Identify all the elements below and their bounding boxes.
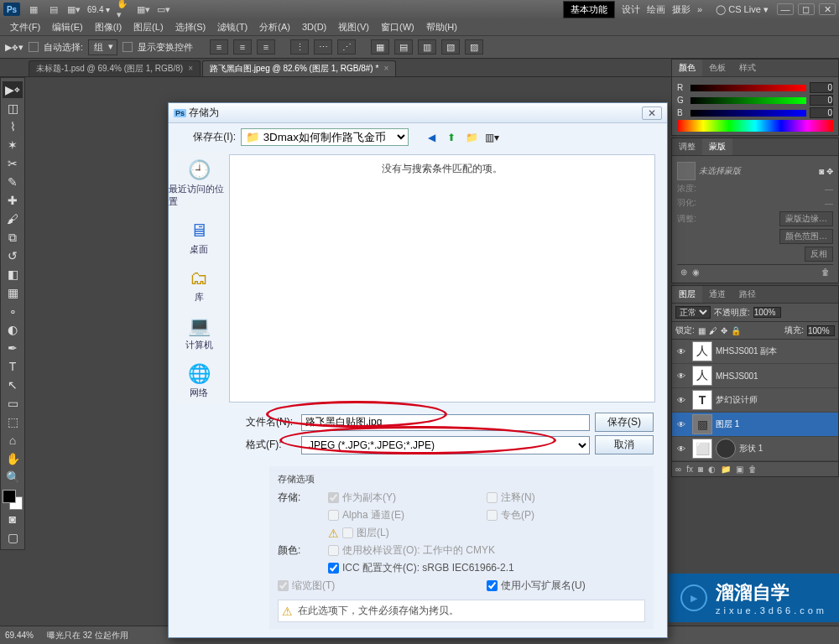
brush-tool-icon[interactable]: 🖌 (3, 210, 23, 227)
workspace-photo[interactable]: 摄影 (672, 3, 690, 16)
menu-analysis[interactable]: 分析(A) (254, 19, 295, 35)
visibility-icon[interactable]: 👁 (674, 371, 689, 381)
menu-select[interactable]: 选择(S) (170, 19, 211, 35)
maximize-button[interactable]: ◻ (798, 3, 815, 15)
tab-swatch[interactable]: 色板 (702, 60, 732, 76)
close-tab-icon[interactable]: × (383, 64, 388, 73)
file-list[interactable]: 没有与搜索条件匹配的项。 (229, 154, 655, 402)
blur-tool-icon[interactable]: ∘ (3, 303, 23, 319)
mask-foot-icon[interactable]: ⊕ (680, 267, 687, 277)
menu-file[interactable]: 文件(F) (5, 19, 45, 35)
pixel-mask-icon[interactable]: ◙ (819, 167, 824, 176)
path-tool-icon[interactable]: ↖ (3, 377, 23, 393)
close-button[interactable]: ✕ (819, 3, 836, 15)
arrange-icon-4[interactable]: ▧ (441, 39, 460, 55)
trash-icon[interactable]: 🗑 (748, 465, 757, 474)
align-left-icon[interactable]: ≡ (210, 39, 228, 55)
tab-layers[interactable]: 图层 (672, 286, 702, 303)
place-computer[interactable]: 💻计算机 (184, 310, 214, 355)
visibility-icon[interactable]: 👁 (674, 396, 689, 405)
tab-masks[interactable]: 蒙版 (702, 138, 732, 155)
screenmode-icon[interactable]: ▢ (3, 529, 23, 546)
autoselect-dropdown[interactable]: 组 ▾ (88, 39, 117, 55)
savein-select[interactable]: 📁 3Dmax如何制作路飞金币 (241, 128, 409, 146)
tab-paths[interactable]: 路径 (732, 286, 763, 303)
workspace-design[interactable]: 设计 (622, 3, 640, 16)
screen-icon[interactable]: ▭▾ (157, 3, 170, 16)
quickmask-icon[interactable]: ◙ (3, 511, 23, 527)
filename-input[interactable] (301, 414, 590, 431)
place-desktop[interactable]: 🖥桌面 (184, 215, 214, 259)
chk-spot[interactable]: 专色(P) (487, 508, 645, 522)
move-tool-preset-icon[interactable]: ▶✥▾ (5, 42, 23, 53)
menu-filter[interactable]: 滤镜(T) (212, 19, 253, 35)
layer-row[interactable]: 👁人MHSJS001 (672, 364, 838, 388)
invert-button[interactable]: 反相 (805, 247, 833, 262)
hand-tool-icon[interactable]: ✋ (3, 450, 23, 467)
chk-thumb[interactable]: 缩览图(T) (278, 579, 487, 593)
menu-edit[interactable]: 编辑(E) (47, 19, 88, 35)
menu-window[interactable]: 窗口(W) (376, 19, 420, 35)
up-folder-icon[interactable]: ⬆ (444, 130, 459, 145)
g-value[interactable] (810, 95, 833, 106)
hand-icon[interactable]: ✋▾ (117, 3, 130, 16)
tab-color[interactable]: 颜色 (672, 60, 702, 76)
layer-row[interactable]: 👁人MHSJS001 副本 (672, 340, 838, 364)
tab-style[interactable]: 样式 (732, 60, 763, 76)
distribute-h-icon[interactable]: ⋮ (290, 39, 309, 55)
mask-edge-button[interactable]: 蒙版边缘… (779, 211, 833, 226)
history-tool-icon[interactable]: ↺ (3, 247, 23, 264)
lock-all-icon[interactable]: 🔒 (731, 326, 741, 335)
mask-foot-trash-icon[interactable]: 🗑 (821, 267, 830, 277)
menu-layer[interactable]: 图层(L) (128, 19, 168, 35)
blendmode-select[interactable]: 正常 (675, 306, 711, 319)
layer-row[interactable]: 👁▩图层 1 (672, 413, 838, 437)
chk-notes[interactable]: 注释(N) (487, 491, 645, 505)
minibridge-icon[interactable]: ▤ (47, 3, 60, 16)
color-swatch[interactable] (3, 490, 23, 510)
cslive-button[interactable]: ◯ CS Live ▾ (716, 4, 769, 15)
vector-mask-icon[interactable]: ✥ (826, 167, 833, 176)
link-layers-icon[interactable]: ∞ (675, 465, 681, 474)
close-tab-icon[interactable]: × (188, 64, 193, 73)
3d-tool-icon[interactable]: ⬚ (3, 413, 23, 430)
save-button[interactable]: 保存(S) (595, 413, 654, 432)
tab-adjustments[interactable]: 调整 (672, 138, 702, 155)
marquee-tool-icon[interactable]: ◫ (3, 100, 23, 117)
place-network[interactable]: 🌐网络 (184, 358, 214, 402)
lock-pos-icon[interactable]: ✥ (721, 326, 727, 335)
workspace-paint[interactable]: 绘画 (647, 3, 665, 16)
menu-image[interactable]: 图像(I) (90, 19, 127, 35)
arrange-icon[interactable]: ▦▾ (137, 3, 150, 16)
g-slider[interactable] (690, 97, 806, 104)
mask-add-icon[interactable]: ◙ (698, 465, 703, 474)
lock-trans-icon[interactable]: ▦ (698, 326, 706, 335)
lock-pixel-icon[interactable]: 🖌 (709, 326, 717, 335)
menu-3d[interactable]: 3D(D) (297, 20, 331, 34)
align-center-icon[interactable]: ≡ (233, 39, 252, 55)
chk-alpha[interactable]: Alpha 通道(E) (328, 508, 487, 522)
fill-value[interactable] (807, 325, 835, 336)
gradient-tool-icon[interactable]: ▦ (3, 284, 23, 301)
chk-as-copy[interactable]: 作为副本(Y) (328, 491, 487, 505)
r-value[interactable] (810, 82, 833, 93)
new-folder-icon[interactable]: 📁 (464, 130, 479, 145)
r-slider[interactable] (690, 85, 806, 91)
eyedrop-tool-icon[interactable]: ✎ (3, 174, 23, 190)
arrange-icon-2[interactable]: ▤ (394, 39, 413, 55)
place-library[interactable]: 🗂库 (184, 262, 214, 307)
adjustment-icon[interactable]: ◐ (708, 465, 716, 474)
crop-tool-icon[interactable]: ✂ (3, 155, 23, 172)
format-select[interactable]: JPEG (*.JPG;*.JPEG;*.JPE) (301, 436, 590, 454)
arrange-icon-1[interactable]: ▦ (371, 39, 389, 55)
lasso-tool-icon[interactable]: ⌇ (3, 118, 23, 135)
distribute-v-icon[interactable]: ⋯ (314, 39, 332, 55)
visibility-icon[interactable]: 👁 (674, 347, 689, 356)
mask-foot-eye-icon[interactable]: ◉ (692, 267, 700, 277)
dodge-tool-icon[interactable]: ◐ (3, 321, 23, 338)
bridge-icon[interactable]: ▦ (27, 3, 40, 16)
wand-tool-icon[interactable]: ✶ (3, 137, 23, 153)
zoom-tool-icon[interactable]: 🔍 (3, 469, 23, 486)
visibility-icon[interactable]: 👁 (674, 444, 689, 454)
b-slider[interactable] (690, 110, 806, 117)
